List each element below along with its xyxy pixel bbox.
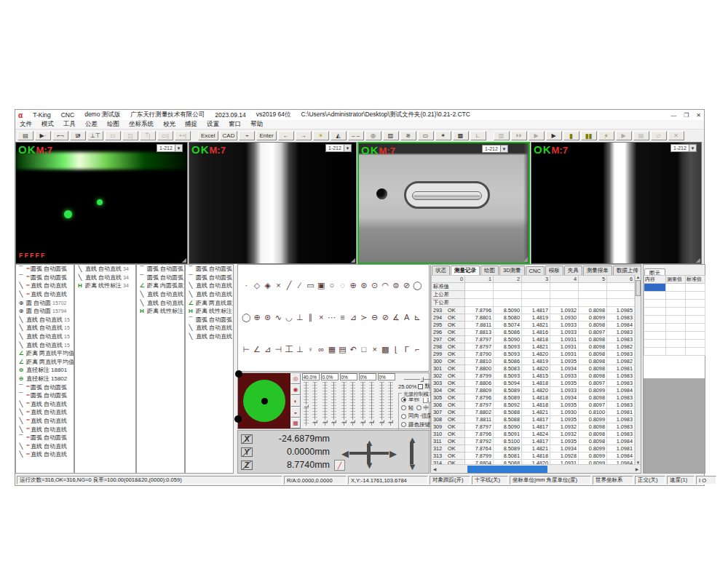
list-item[interactable]: ⊖直径标注15802 — [16, 375, 74, 383]
menu-item[interactable]: 模式 — [41, 120, 54, 129]
light-slider[interactable] — [304, 382, 309, 426]
default-mode-checkbox[interactable] — [418, 384, 423, 389]
info-row[interactable] — [644, 332, 705, 340]
list-item[interactable]: ⌒***圆弧自动圆弧 — [16, 391, 74, 400]
measure-tool-icon[interactable]: ≻ — [359, 311, 370, 323]
measure-tool-icon[interactable]: ⌐ — [412, 343, 423, 355]
toolbar-button[interactable]: ▶ — [546, 131, 562, 140]
list-item[interactable]: ╲直线自动直线15 — [16, 316, 74, 324]
measure-tool-icon[interactable]: ▭ — [305, 279, 316, 291]
toolbar-button[interactable]: ▶ — [529, 131, 545, 140]
table-row[interactable]: 295OK7.88118.50741.48211.09330.80981.098… — [432, 322, 635, 329]
table-row[interactable]: 294OK7.88018.50801.48191.09300.80991.098… — [432, 314, 635, 322]
chevron-down-icon[interactable]: ▼ — [500, 146, 507, 152]
light-mode-button[interactable]: ◐ — [290, 395, 301, 406]
camera-view-1[interactable]: OKM:7 1-212▼ FFFFF ◢ — [15, 142, 188, 264]
info-row[interactable] — [644, 300, 705, 308]
toolbar-button[interactable]: ✶ — [435, 131, 451, 140]
menu-item[interactable]: 帮助 — [250, 120, 263, 129]
table-row[interactable]: 313OK7.87998.50811.48181.09280.80991.098… — [432, 453, 635, 460]
measure-tool-icon[interactable]: ⊙ — [369, 279, 380, 291]
list-item[interactable]: ╲***直线自动直线 — [16, 408, 74, 417]
measure-tool-icon[interactable]: ⊛ — [262, 311, 273, 323]
tab-6[interactable]: 夹具 — [564, 266, 582, 275]
list-item[interactable]: ╲***直线自动直线 — [16, 442, 74, 450]
light-slider[interactable] — [350, 382, 355, 426]
measure-tool-icon[interactable]: ◇ — [252, 279, 263, 291]
measure-tool-icon[interactable]: ○ — [327, 279, 338, 291]
toolbar-button[interactable]: ▭| — [157, 131, 173, 140]
chevron-down-icon[interactable]: ▼ — [175, 145, 182, 151]
jog-xy-control[interactable]: ◀ ▶ ▲ ▼ — [341, 439, 397, 469]
axis-z-icon[interactable]: Z — [241, 461, 253, 470]
toolbar-button[interactable]: ≋ — [400, 131, 416, 140]
light-slider[interactable] — [379, 382, 384, 426]
menu-item[interactable]: 坐标系统 — [129, 120, 154, 129]
toolbar-button[interactable]: ▱ — [651, 131, 667, 140]
lens-selector[interactable]: 1-212▼ — [157, 144, 183, 152]
table-row[interactable]: 302OK7.87998.50931.48151.09330.80981.098… — [432, 372, 635, 380]
record-hscrollbar[interactable]: ◀ ▶ — [431, 464, 641, 473]
slider-thumb[interactable] — [331, 420, 336, 423]
table-row[interactable]: 301OK7.88008.50831.48201.09340.80981.098… — [432, 365, 635, 372]
table-row[interactable]: 304OK7.88098.50891.48201.09330.80991.098… — [432, 387, 635, 394]
measure-tool-icon[interactable]: ⊿ — [348, 311, 359, 323]
radio-single[interactable] — [401, 397, 406, 402]
list-item[interactable]: ╲直线自动直线15 — [16, 340, 74, 349]
slider-thumb[interactable] — [369, 420, 374, 423]
measure-tool-icon[interactable]: ⊕ — [348, 279, 359, 291]
slider-thumb[interactable] — [304, 404, 309, 407]
table-row[interactable]: 298OK7.87978.50931.48211.09310.80981.098… — [432, 343, 635, 351]
resize-grip-icon[interactable]: ◢ — [182, 257, 186, 263]
chevron-down-icon[interactable]: ▼ — [344, 145, 351, 151]
tab-5[interactable]: 模板 — [545, 266, 563, 275]
measure-tool-icon[interactable]: ⊛ — [359, 279, 370, 291]
measure-tool-icon[interactable]: ⊣ — [273, 343, 284, 355]
measure-tool-icon[interactable]: ⊥ — [294, 343, 305, 355]
title-bar[interactable]: α T-King CNC demo 测试版 广东天行测量技术有限公司 2023.… — [15, 110, 704, 120]
toolbar-button[interactable]: ▭ — [418, 131, 434, 140]
table-row[interactable]: 299OK7.87908.50931.48201.09310.80981.098… — [432, 351, 635, 358]
list-item[interactable]: ╲***直线自动直线 — [16, 290, 74, 299]
measure-tool-icon[interactable]: × — [316, 311, 327, 323]
table-row[interactable]: 300OK7.88108.50861.48191.09350.80981.098… — [432, 358, 635, 365]
list-item[interactable]: ⊖直径标注18801 — [16, 366, 74, 375]
toolbar-button[interactable]: ◎ — [365, 131, 381, 140]
slider-thumb[interactable] — [312, 420, 317, 423]
toolbar-button[interactable]: ▭ — [105, 131, 121, 140]
list-item[interactable]: H距离线性标注66 — [137, 307, 184, 316]
measure-tool-icon[interactable]: ◈ — [262, 279, 273, 291]
light-mode-button[interactable]: ◒ — [290, 407, 301, 418]
polar-toggle-button[interactable]: ╱ — [334, 460, 345, 471]
list-item[interactable]: ⌒圆弧自动圆弧66 — [137, 274, 184, 282]
list-item[interactable]: ⌒圆弧自动圆弧55 — [186, 274, 233, 282]
toolbar-button[interactable]: ✕ — [668, 131, 684, 140]
toolbar-button-cad[interactable]: CAD — [220, 131, 238, 140]
measure-tool-icon[interactable]: ⌊ — [391, 343, 402, 355]
measure-tool-icon[interactable]: ╱ — [284, 279, 295, 291]
camera-view-2[interactable]: OKM:7 1-212▼ ◢ — [189, 142, 357, 264]
measure-tool-icon[interactable]: ⊾ — [412, 311, 423, 323]
measure-tool-icon[interactable]: ▩ — [380, 343, 391, 355]
toolbar-button[interactable]: ▥ — [494, 131, 510, 140]
info-row[interactable] — [644, 348, 705, 356]
list-item[interactable]: H距离线性标注34 — [75, 282, 135, 290]
toolbar-button[interactable]: – – — [348, 131, 364, 140]
light-slider[interactable] — [312, 382, 317, 426]
axis-x-icon[interactable]: X — [241, 434, 253, 444]
table-row[interactable]: 306OK7.87978.50921.48181.09350.80971.098… — [432, 402, 635, 409]
measure-tool-icon[interactable]: Γ — [401, 343, 412, 355]
measure-tool-icon[interactable]: ∥ — [305, 311, 316, 323]
table-row[interactable]: 303OK7.88068.50941.48181.09350.80971.098… — [432, 380, 635, 387]
light-mode-button[interactable]: ◉ — [290, 384, 301, 395]
measure-tool-icon[interactable]: ∞ — [316, 343, 327, 355]
measure-tool-icon[interactable]: ≡ — [337, 311, 348, 323]
tolerance-row[interactable]: 上公差 — [432, 291, 635, 299]
menu-item[interactable]: 校光 — [163, 120, 175, 129]
tab-active-1[interactable]: 测量记录 — [451, 266, 480, 275]
list-item[interactable]: ╲***直线自动直线 — [16, 450, 74, 459]
toolbar-button[interactable]: ⚡ — [598, 131, 614, 140]
measure-tool-icon[interactable]: 工 — [284, 343, 295, 355]
list-item[interactable]: ╲直线自动直线34 — [75, 265, 135, 274]
measure-tool-icon[interactable]: ⋯ — [327, 311, 338, 323]
